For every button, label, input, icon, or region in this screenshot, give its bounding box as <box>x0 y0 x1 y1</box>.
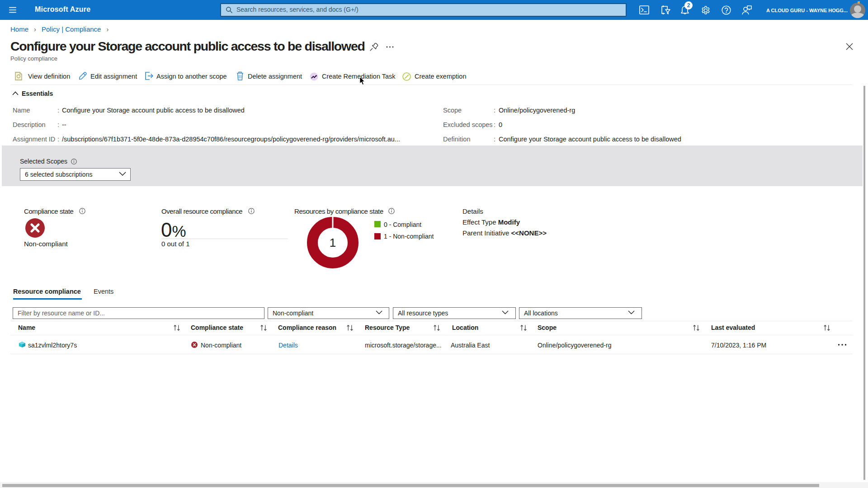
svg-text:1: 1 <box>330 236 336 249</box>
